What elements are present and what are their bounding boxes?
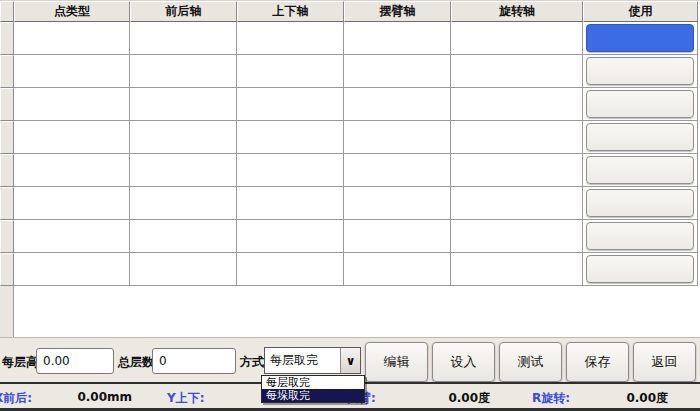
up-down-value-cell xyxy=(237,22,344,55)
row-number[interactable] xyxy=(0,55,14,88)
row-number[interactable] xyxy=(0,88,14,121)
front-back-value-cell xyxy=(130,187,237,220)
swing-arm-value-cell xyxy=(344,154,451,187)
mode-label: 方式 xyxy=(240,354,264,371)
swing-arm-value-cell xyxy=(344,88,451,121)
front-back-value-cell xyxy=(130,22,237,55)
table-header-row: 点类型 前后轴 上下轴 摆臂轴 旋转轴 使用 xyxy=(0,1,698,22)
up-down-value-cell xyxy=(237,154,344,187)
rotation-value-cell xyxy=(451,55,583,88)
swing-arm-value-cell xyxy=(344,253,451,286)
chevron-down-icon[interactable]: ∨ xyxy=(340,348,360,373)
row-number[interactable] xyxy=(0,154,14,187)
total-layers-label: 总层数 xyxy=(118,354,154,371)
swing-arm-value-cell xyxy=(344,22,451,55)
use-cell xyxy=(583,121,698,154)
use-toggle-button[interactable] xyxy=(586,189,694,217)
use-cell xyxy=(583,220,698,253)
layer-height-label: 每层高 xyxy=(2,354,38,371)
up-down-value-cell xyxy=(237,88,344,121)
total-layers-input[interactable] xyxy=(152,348,236,374)
up-down-value-cell xyxy=(237,220,344,253)
dropdown-option[interactable]: 每层取完 xyxy=(262,376,364,389)
use-toggle-button[interactable] xyxy=(586,57,694,85)
mode-dropdown[interactable]: 每层取完 ∨ xyxy=(264,347,361,374)
column-header-up-down-axis: 上下轴 xyxy=(237,1,344,22)
use-cell xyxy=(583,55,698,88)
row-number[interactable] xyxy=(0,220,14,253)
rotation-value-cell xyxy=(451,253,583,286)
use-cell xyxy=(583,187,698,220)
use-toggle-button[interactable] xyxy=(586,24,694,52)
edit-button[interactable]: 编辑 xyxy=(365,342,428,382)
row-number[interactable] xyxy=(0,22,14,55)
pick-point-table: 点类型 前后轴 上下轴 摆臂轴 旋转轴 使用 xyxy=(0,0,700,337)
row-number[interactable] xyxy=(0,187,14,220)
row-number[interactable] xyxy=(0,253,14,286)
test-button[interactable]: 测试 xyxy=(499,342,562,382)
row-header-strip xyxy=(0,286,14,337)
mode-dropdown-value: 每层取完 xyxy=(265,348,340,373)
table-row xyxy=(0,121,698,154)
use-cell xyxy=(583,88,698,121)
status-label-r-rotation: R旋转: xyxy=(532,390,570,407)
status-value-swing-arm: 0.00度 xyxy=(420,390,490,407)
front-back-value-cell xyxy=(130,220,237,253)
mode-dropdown-list: 每层取完每垛取完 xyxy=(261,375,365,403)
table-row xyxy=(0,154,698,187)
table-row xyxy=(0,220,698,253)
point-name-cell xyxy=(14,154,130,187)
layer-height-input[interactable] xyxy=(36,348,114,374)
table-row xyxy=(0,55,698,88)
point-name-cell xyxy=(14,220,130,253)
point-name-cell xyxy=(14,88,130,121)
table-row xyxy=(0,187,698,220)
up-down-value-cell xyxy=(237,121,344,154)
table-row xyxy=(0,253,698,286)
up-down-value-cell xyxy=(237,187,344,220)
column-header-point-type: 点类型 xyxy=(14,1,130,22)
rotation-value-cell xyxy=(451,22,583,55)
status-value-x-front-back: 0.00mm xyxy=(60,390,132,404)
use-toggle-button[interactable] xyxy=(586,123,694,151)
up-down-value-cell xyxy=(237,55,344,88)
table-body xyxy=(0,22,700,286)
use-toggle-button[interactable] xyxy=(586,222,694,250)
table-row xyxy=(0,22,698,55)
front-back-value-cell xyxy=(130,121,237,154)
point-name-cell xyxy=(14,22,130,55)
set-in-button[interactable]: 设入 xyxy=(432,342,495,382)
use-cell xyxy=(583,22,698,55)
column-header-swing-arm-axis: 摆臂轴 xyxy=(344,1,451,22)
rotation-value-cell xyxy=(451,121,583,154)
front-back-value-cell xyxy=(130,88,237,121)
save-button[interactable]: 保存 xyxy=(566,342,629,382)
point-name-cell xyxy=(14,55,130,88)
column-header-use: 使用 xyxy=(583,1,698,22)
use-toggle-button[interactable] xyxy=(586,156,694,184)
status-value-r-rotation: 0.00度 xyxy=(598,390,668,407)
rotation-value-cell xyxy=(451,187,583,220)
table-row xyxy=(0,88,698,121)
header-corner-cell xyxy=(0,1,14,22)
front-back-value-cell xyxy=(130,55,237,88)
use-cell xyxy=(583,154,698,187)
front-back-value-cell xyxy=(130,154,237,187)
use-cell xyxy=(583,253,698,286)
swing-arm-value-cell xyxy=(344,121,451,154)
use-toggle-button[interactable] xyxy=(586,255,694,283)
column-header-rotation-axis: 旋转轴 xyxy=(451,1,583,22)
rotation-value-cell xyxy=(451,154,583,187)
use-toggle-button[interactable] xyxy=(586,90,694,118)
dropdown-option[interactable]: 每垛取完 xyxy=(262,389,364,402)
return-button[interactable]: 返回 xyxy=(633,342,696,382)
swing-arm-value-cell xyxy=(344,187,451,220)
status-label-x-front-back: X前后: xyxy=(0,390,32,407)
status-label-y-up-down: Y上下: xyxy=(167,390,205,407)
swing-arm-value-cell xyxy=(344,55,451,88)
column-header-front-back-axis: 前后轴 xyxy=(130,1,237,22)
front-back-value-cell xyxy=(130,253,237,286)
row-number[interactable] xyxy=(0,121,14,154)
swing-arm-value-cell xyxy=(344,220,451,253)
point-name-cell xyxy=(14,121,130,154)
